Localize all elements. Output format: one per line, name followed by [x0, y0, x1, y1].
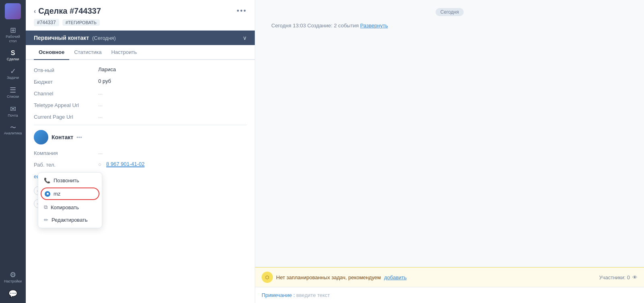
tab-stats[interactable]: Статистика	[69, 45, 106, 60]
eye-icon[interactable]: 👁	[632, 274, 638, 280]
field-phone: Раб. тел. ○ 8 967 901-41-02 📞 Позвонить	[34, 161, 247, 168]
tag-button[interactable]: #ТЕГИРОВАТЬ	[62, 19, 100, 26]
context-menu-edit-label: Редактировать	[52, 217, 88, 223]
field-value-budget[interactable]: 0 руб	[98, 78, 247, 84]
field-company: Компания ...	[34, 149, 247, 156]
participants-label: Участники: 0	[599, 274, 630, 280]
sidebar-item-tasks[interactable]: ✓ Задачи	[2, 65, 24, 82]
field-label-current-page: Current Page Url	[34, 113, 98, 120]
field-value-company[interactable]: ...	[98, 149, 247, 155]
sidebar-item-label: Настройки	[4, 279, 22, 284]
sidebar-item-label: Списки	[7, 95, 19, 99]
note-area: Примечание : введите текст	[255, 287, 644, 303]
phone-link[interactable]: 8 967 901-41-02	[106, 161, 144, 167]
field-value-current-page[interactable]: ...	[98, 113, 247, 119]
context-menu-mz[interactable]: mz	[41, 188, 99, 200]
mail-icon: ✉	[10, 105, 16, 113]
field-budget: Бюджет 0 руб	[34, 78, 247, 85]
sidebar-item-dashboard[interactable]: ⊞ Рабочий стол	[2, 24, 24, 46]
sidebar-item-lists[interactable]: ☰ Списки	[2, 84, 24, 101]
field-label-phone: Раб. тел.	[34, 161, 98, 168]
field-label-teletype: Teletype Appeal Url	[34, 101, 98, 108]
call-icon: 📞	[44, 177, 50, 183]
settings-icon: ⚙	[10, 271, 16, 278]
tab-basic[interactable]: Основное	[34, 45, 69, 60]
back-arrow-icon[interactable]: ‹	[34, 8, 36, 15]
sidebar-item-label: Почта	[8, 113, 18, 118]
field-responsible: Отв-ный Лариса	[34, 66, 247, 73]
timeline-entry: Сегодня 13:03 Создание: 2 события Развер…	[271, 23, 628, 29]
edit-icon: ✏	[44, 217, 48, 223]
tasks-bar-right: Участники: 0 👁	[599, 274, 638, 280]
tasks-bar-left: ⬡ Нет запланированных задач, рекомендуем…	[262, 272, 407, 283]
sidebar-item-label: Задачи	[7, 76, 19, 80]
sidebar: ⊞ Рабочий стол S Сделки ✓ Задачи ☰ Списк…	[0, 0, 26, 303]
context-menu-edit[interactable]: ✏ Редактировать	[38, 214, 102, 226]
contact-name: Контакт	[52, 134, 73, 140]
user-avatar[interactable]	[5, 3, 21, 19]
field-label-budget: Бюджет	[34, 78, 98, 85]
dashboard-icon: ⊞	[10, 27, 16, 34]
field-channel: Channel ...	[34, 90, 247, 97]
deals-icon: S	[11, 50, 15, 56]
deal-header: ‹ Сделка #744337 ••• #744337 #ТЕГИРОВАТЬ	[26, 0, 255, 31]
sidebar-item-label: Аналитика	[4, 131, 22, 136]
field-value-teletype[interactable]: ...	[98, 101, 247, 107]
contact-chevron-icon[interactable]: ∨	[243, 35, 247, 41]
timeline-text: Создание: 2 события	[308, 23, 360, 29]
timeline-area: Сегодня Сегодня 13:03 Создание: 2 событи…	[255, 0, 644, 267]
context-menu-copy[interactable]: ⧉ Копировать	[38, 201, 102, 214]
note-placeholder-text: введите текст	[296, 292, 330, 298]
primary-contact-title: Первичный контакт	[34, 35, 89, 41]
field-value-responsible[interactable]: Лариса	[98, 66, 247, 72]
tasks-bar-add-link[interactable]: добавить	[384, 274, 407, 280]
sidebar-item-deals[interactable]: S Сделки	[2, 47, 24, 64]
field-label-company: Компания	[34, 149, 98, 156]
deal-id-badge: #744337	[34, 19, 59, 26]
sidebar-item-mail[interactable]: ✉ Почта	[2, 103, 24, 120]
timeline-expand-link[interactable]: Развернуть	[360, 23, 388, 29]
chain-icon: ⬡	[265, 275, 269, 280]
contact-more-button[interactable]: •••	[76, 134, 82, 140]
sidebar-item-chat[interactable]: 💬	[2, 288, 24, 300]
timeline-time: Сегодня 13:03	[271, 23, 306, 29]
tasks-bar-icon: ⬡	[262, 272, 273, 283]
tasks-bar: ⬡ Нет запланированных задач, рекомендуем…	[255, 267, 644, 287]
sidebar-item-settings[interactable]: ⚙ Настройки	[2, 269, 24, 286]
note-label: Примечание : введите текст	[262, 292, 638, 298]
field-current-page: Current Page Url ...	[34, 113, 247, 120]
deal-fields: Отв-ный Лариса Бюджет 0 руб Channel ... …	[26, 60, 255, 303]
tasks-bar-text: Нет запланированных задач, рекомендуем	[276, 274, 381, 280]
radio-inner	[47, 193, 49, 195]
context-menu-mz-label: mz	[54, 191, 60, 197]
deal-more-button[interactable]: •••	[237, 7, 247, 15]
note-label-text: Примечание	[262, 292, 292, 298]
context-menu: 📞 Позвонить mz ⧉ Копировать	[38, 172, 102, 228]
context-menu-call-label: Позвонить	[54, 177, 79, 183]
bottom-area: ⬡ Нет запланированных задач, рекомендуем…	[255, 267, 644, 303]
contact-avatar	[34, 130, 48, 144]
field-teletype: Teletype Appeal Url ...	[34, 101, 247, 108]
context-menu-call[interactable]: 📞 Позвонить	[38, 174, 102, 187]
context-menu-mz-wrapper: mz	[38, 187, 102, 201]
contact-block: Контакт ••• Компания ... Раб. тел. ○ 8 9…	[34, 125, 247, 180]
primary-contact-section: Первичный контакт (Сегодня) ∨	[26, 31, 255, 45]
tab-configure[interactable]: Настроить	[106, 45, 142, 60]
deal-title-text: Сделка #744337	[38, 6, 101, 16]
main-content: Сегодня Сегодня 13:03 Создание: 2 событи…	[255, 0, 644, 303]
deal-title[interactable]: ‹ Сделка #744337	[34, 6, 101, 16]
phone-bullet-icon: ○	[98, 161, 101, 167]
sidebar-item-analytics[interactable]: 〜 Аналитика	[2, 122, 24, 138]
timeline-date-label: Сегодня	[271, 8, 628, 16]
primary-contact-date: (Сегодня)	[92, 35, 116, 41]
radio-icon	[45, 191, 50, 197]
deal-panel: ‹ Сделка #744337 ••• #744337 #ТЕГИРОВАТЬ…	[26, 0, 255, 303]
sidebar-item-label: Рабочий стол	[3, 35, 23, 43]
lists-icon: ☰	[10, 87, 16, 94]
analytics-icon: 〜	[10, 124, 16, 130]
timeline-date-badge: Сегодня	[436, 8, 464, 16]
copy-icon: ⧉	[44, 204, 47, 210]
field-label-channel: Channel	[34, 90, 98, 97]
field-value-channel[interactable]: ...	[98, 90, 247, 96]
chat-icon: 💬	[8, 290, 17, 297]
